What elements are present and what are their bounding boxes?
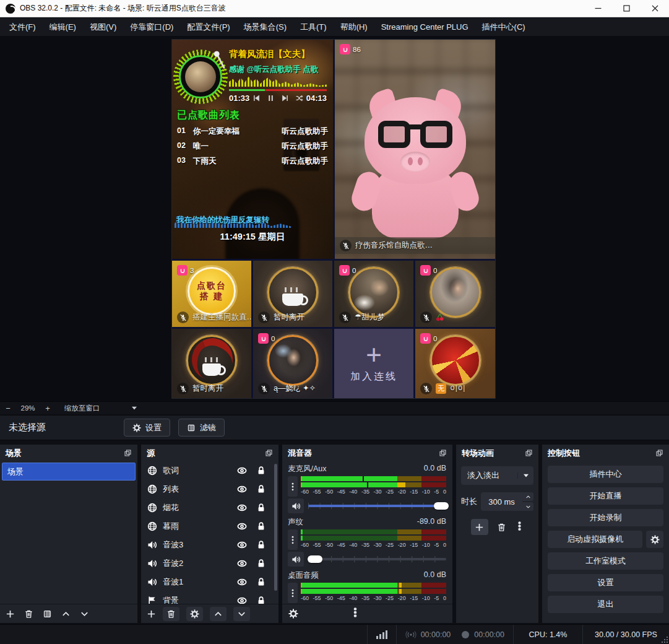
promo-button: 点歌台搭 建: [188, 267, 236, 315]
move-source-up-button[interactable]: [210, 607, 227, 621]
visibility-icon[interactable]: [237, 521, 247, 531]
virtual-camera-settings-button[interactable]: [646, 531, 663, 548]
lock-icon[interactable]: [256, 540, 266, 550]
chevron-down-icon: [517, 472, 533, 479]
menu-item[interactable]: 插件中心(C): [475, 18, 532, 36]
popout-icon[interactable]: [439, 449, 447, 457]
menu-item[interactable]: Streaming Center PLUG: [374, 18, 475, 36]
visibility-icon[interactable]: [237, 596, 247, 604]
fit-to-window-label[interactable]: 缩放至窗口: [64, 404, 100, 413]
zoom-dropdown-caret[interactable]: [127, 405, 141, 411]
add-source-button[interactable]: [147, 609, 156, 619]
remove-scene-button[interactable]: [24, 609, 33, 619]
visibility-icon[interactable]: [237, 466, 247, 476]
lock-icon[interactable]: [256, 577, 266, 587]
add-transition-button[interactable]: [471, 519, 488, 535]
minimize-button[interactable]: [584, 0, 612, 17]
popout-icon[interactable]: [655, 449, 663, 457]
slider-handle[interactable]: [308, 555, 322, 563]
scene-list-item[interactable]: 场景: [2, 463, 136, 481]
popout-icon[interactable]: [265, 449, 273, 457]
preview-area[interactable]: 背着风流泪【文夫】 感谢 @听云点歌助手 点歌 01:33 04:13 已点歌曲…: [0, 36, 669, 401]
studio-mode-button[interactable]: 工作室模式: [548, 552, 663, 570]
start-virtual-camera-button[interactable]: 启动虚拟摄像机: [548, 531, 642, 548]
program-canvas[interactable]: 背着风流泪【文夫】 感谢 @听云点歌助手 点歌 01:33 04:13 已点歌曲…: [172, 40, 495, 398]
transition-select[interactable]: 淡入淡出: [461, 466, 533, 485]
source-row[interactable]: 背景: [141, 591, 278, 604]
db-scale-label: -20: [398, 595, 406, 601]
thanks-line: 感谢 @听云点歌助手 点歌: [229, 64, 318, 75]
popout-icon[interactable]: [124, 449, 132, 457]
db-scale-label: -40: [349, 489, 357, 495]
source-filters-button[interactable]: 滤镜: [178, 419, 225, 437]
duration-spinbox[interactable]: 300 ms: [481, 492, 533, 511]
channel-menu-button[interactable]: [288, 583, 298, 603]
move-source-down-button[interactable]: [233, 607, 250, 621]
slider-handle[interactable]: [434, 502, 449, 510]
visibility-icon[interactable]: [237, 484, 247, 494]
visibility-icon[interactable]: [237, 577, 247, 587]
move-scene-up-button[interactable]: [61, 609, 71, 619]
visibility-icon[interactable]: [237, 540, 247, 550]
source-properties-bar: 未选择源 设置 滤镜: [0, 415, 669, 440]
settings-button[interactable]: 设置: [548, 574, 663, 591]
menu-item[interactable]: 帮助(H): [334, 18, 374, 36]
lock-icon[interactable]: [256, 503, 266, 513]
remove-transition-button[interactable]: [497, 523, 506, 532]
source-properties-button[interactable]: [186, 607, 203, 621]
menu-item[interactable]: 编辑(E): [43, 18, 83, 36]
menu-item[interactable]: 停靠窗口(D): [123, 18, 180, 36]
clock-text: 11:49:15 星期日: [172, 231, 333, 243]
visibility-icon[interactable]: [237, 503, 247, 513]
join-tile[interactable]: + 加入连线: [334, 329, 413, 398]
source-row[interactable]: 音波3: [141, 536, 278, 554]
volume-slider[interactable]: [308, 554, 446, 564]
source-row[interactable]: 烟花: [141, 498, 278, 517]
source-row[interactable]: 暮雨: [141, 517, 278, 536]
channel-menu-button[interactable]: [288, 476, 298, 497]
remove-source-button[interactable]: [163, 607, 179, 621]
add-scene-button[interactable]: [6, 609, 15, 619]
mixer-menu-button[interactable]: [350, 607, 360, 620]
mute-button[interactable]: [288, 498, 304, 513]
popout-icon[interactable]: [525, 449, 533, 457]
db-scale-label: -55: [313, 542, 321, 548]
visibility-icon[interactable]: [237, 559, 247, 568]
advanced-audio-button[interactable]: [288, 609, 298, 619]
lock-icon[interactable]: [256, 596, 266, 604]
menu-item[interactable]: 视图(V): [83, 18, 123, 36]
source-row[interactable]: 音波1: [141, 573, 278, 591]
zoom-out-button[interactable]: −: [0, 404, 16, 413]
exit-button[interactable]: 退出: [548, 596, 663, 613]
browser-source-icon: [147, 503, 157, 513]
mute-button[interactable]: [288, 552, 304, 567]
lock-icon[interactable]: [256, 466, 266, 476]
maximize-button[interactable]: [612, 0, 641, 17]
move-scene-down-button[interactable]: [80, 609, 89, 619]
start-streaming-button[interactable]: 开始直播: [548, 487, 663, 505]
menu-item[interactable]: 场景集合(S): [237, 18, 293, 36]
source-row[interactable]: 音波2: [141, 554, 278, 573]
lock-icon[interactable]: [256, 559, 266, 568]
plugin-center-button[interactable]: 插件中心: [548, 466, 663, 483]
close-button[interactable]: [641, 0, 669, 17]
menu-item[interactable]: 文件(F): [2, 18, 43, 36]
sources-scrollbar[interactable]: [274, 464, 277, 591]
scene-filters-button[interactable]: [43, 609, 52, 619]
source-row[interactable]: 歌词: [141, 461, 278, 480]
lock-icon[interactable]: [256, 484, 266, 494]
volume-slider[interactable]: [308, 501, 446, 511]
transition-menu-button[interactable]: [515, 521, 524, 533]
duration-up-button[interactable]: [522, 492, 533, 501]
window-title: OBS 32.0.2 - 配置文件: 未命名 - 场景: 听云通用S点歌台三音波: [20, 3, 226, 14]
lock-icon[interactable]: [256, 521, 266, 531]
resize-grip-icon[interactable]: [662, 637, 668, 643]
menu-item[interactable]: 配置文件(P): [180, 18, 236, 36]
channel-menu-button[interactable]: [288, 529, 298, 550]
source-row[interactable]: 列表: [141, 480, 278, 498]
source-settings-button[interactable]: 设置: [124, 419, 170, 437]
start-recording-button[interactable]: 开始录制: [548, 509, 663, 526]
duration-down-button[interactable]: [522, 502, 533, 511]
menu-item[interactable]: 工具(T): [293, 18, 334, 36]
zoom-in-button[interactable]: +: [40, 404, 56, 413]
